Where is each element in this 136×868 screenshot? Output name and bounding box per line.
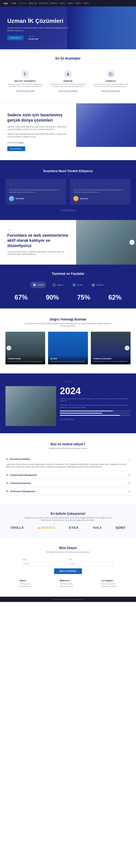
avantaj-text-2: Lorem ipsum dolor sit amet, consectetur … (93, 83, 129, 88)
partner-binance: ◆ BINANCE (38, 526, 55, 530)
avantajlar-section: En İyi Avantajlar MALİYET TASARRUFU Lore… (0, 49, 136, 103)
dunya-text: Sadece sizin için tasarlanmış gerçek dün… (0, 103, 76, 160)
testimonial-1: " Lorem ipsum dolor sit amet, consectetu… (70, 179, 131, 205)
hero-phone-number[interactable]: 123.456.7890 (28, 38, 38, 40)
yetenek-prev-button[interactable]: ‹ (6, 346, 11, 350)
contact-section: Bize Ulaşın Herhangi bir sorunuz mu var?… (0, 537, 136, 597)
hero-content: Uzman İK Çözümleri Sample logo text. Lor… (7, 18, 69, 40)
faq-header-1[interactable]: 02. Compensation Management + (5, 471, 131, 479)
carousel-next-button[interactable]: › (130, 240, 135, 245)
sirket-image (5, 386, 56, 426)
name-input[interactable] (69, 561, 113, 566)
nav-team[interactable]: OUR TEAM (39, 2, 47, 4)
dunya-link[interactable]: İmajlar (19, 142, 23, 144)
nav-uzman[interactable]: UZMAN İK (19, 2, 26, 4)
seminer-inner: GİRİŞ Forumlara ve web seminerlerine akt… (0, 220, 136, 265)
nav-page4[interactable]: PAGE 4 (83, 2, 90, 4)
name-label: İsim (69, 559, 113, 560)
dunya-text1: Alignment. Mauris blandit aliquam elit, … (7, 125, 69, 131)
taz-stat-num-0: 67% (14, 293, 28, 301)
sirket-link[interactable]: Tüm gösterilen İmajlar (60, 418, 74, 420)
yetenek-grid: Yönetici Arama Lorem ipsum dolor sit ame… (5, 332, 131, 364)
taz-tab-1[interactable]: 🎓 Eğitimler (50, 282, 66, 288)
taz-tab-label-1: Eğitimler (57, 284, 64, 286)
faq-chevron-2: + (128, 482, 130, 485)
faq-title-3: Performance Management (10, 490, 128, 492)
taz-tab-label-0: Faydalar (37, 284, 44, 286)
yetenek-overlay-2: Yenilikçi İş Çözümleri Lorem ipsum dolor… (91, 355, 131, 364)
motive-sub: Fringilla lorem ipsum dolor sit amet mol… (23, 447, 113, 450)
nav-page3[interactable]: PAGE 3 (76, 2, 81, 4)
partners-sub: Fringilla lorem ipsum dolor sit amet, co… (23, 517, 113, 522)
faq-num-1: 02. (6, 474, 9, 476)
hero-cta-button[interactable]: DEVAM ET ► (7, 35, 23, 40)
nav-about[interactable]: ABOUT US (29, 2, 37, 4)
testimonials-title: İnsanlara Nasıl Yardım Ediyoruz (5, 169, 131, 173)
seminer-image (76, 220, 136, 265)
taz-tab-2[interactable]: 👥 İşe alım (70, 282, 86, 288)
avantaj-link-2[interactable]: DAHA FAZLA BİLGİ EDİN (102, 90, 120, 92)
faq-num-0: 01. (6, 458, 9, 460)
hero-section: Uzman İK Çözümleri Sample logo text. Lor… (0, 6, 136, 49)
submit-button[interactable]: MESAJ GÖNDEER (54, 568, 82, 574)
carousel-prev-button[interactable]: ‹ (1, 240, 6, 245)
dunya-link-text: Tüm gösterilen İmajlar (7, 142, 69, 144)
seminer-section: ‹ GİRİŞ Forumlara ve web seminerlerine a… (0, 220, 136, 265)
faq-item-1: 02. Compensation Management + Lorem ipsu… (5, 471, 131, 479)
avantaj-icon-1 (64, 70, 72, 78)
quote-icon-1: " (73, 183, 127, 187)
taz-tab-label-3: Mentorluk (96, 284, 103, 286)
avantaj-link-1[interactable]: DAHA FAZLA BİLGİ EDİN (59, 90, 77, 92)
hero-phone-label: 7/24 ARYIN (28, 36, 38, 37)
taz-stat-0: 67% (14, 293, 28, 301)
partner-evga: EVGA (69, 526, 79, 529)
sirket-label: Şirket (5, 381, 131, 382)
taz-tab-0[interactable]: 📊 Faydalar (30, 282, 46, 288)
nav-page2[interactable]: PAGE 2 (68, 2, 73, 4)
office-sidney: Sidney 45 Prinsep Yolu,Sidney NSW 2000 (20, 580, 31, 588)
dunya-image (76, 103, 136, 147)
avantaj-link-0[interactable]: DAHA FAZLA BİLGİ EDİN (16, 90, 34, 92)
office-addr-0: 45 Prinsep Yolu,Sidney NSW 2000 (20, 583, 31, 588)
yetenek-item-1: İşe Alım Lorem ipsum dolor sit amet cons… (48, 332, 88, 364)
nav-page1[interactable]: PAGE 1 (60, 2, 65, 4)
faq-chevron-0: − (128, 458, 130, 461)
motive-section: Bizi ne motive ediyor? Fringilla lorem i… (0, 433, 136, 504)
seminer-text: GİRİŞ Forumlara ve web seminerlerine akt… (0, 220, 76, 265)
sirket-text2: Lorem ipsum dolor sit amet, consectetur … (60, 404, 131, 409)
phone-icon: 📞 (25, 37, 27, 39)
faq-header-2[interactable]: 03. Training Development + (5, 479, 131, 487)
nav-home[interactable]: HOME (11, 2, 16, 4)
faq-header-0[interactable]: 01. Recruitment Staffing − (5, 455, 131, 463)
office-la: Los Angeles 388 W. Sunrise Blvd,Los Ange… (101, 580, 116, 588)
dunya-text2: Alignment. Mauris blandit aliquam elit, … (7, 133, 69, 138)
yetenek-overlay-0: Yönetici Arama Lorem ipsum dolor sit ame… (5, 355, 45, 364)
sirket-inner: 2024 Lorem ipsum dolor sit amet, consect… (5, 386, 131, 426)
yetenek-label-1: İşe Alım (50, 358, 86, 360)
office-melbourne: Melbourne 178 Collins Caddesi,Melbourne … (60, 580, 73, 588)
faq-title-0: Recruitment Staffing (10, 458, 128, 460)
partner-crolla: CROLLA (10, 526, 24, 529)
partners-grid: CROLLA ◆ BINANCE EVGA TESLA SONY (5, 526, 131, 530)
yetenek-carousel: Yönetici Arama Lorem ipsum dolor sit ame… (5, 332, 131, 364)
hero-title: Uzman İK Çözümleri (7, 18, 69, 24)
testimonial-text-0: Lorem ipsum dolor sit amet, consectetur … (9, 189, 63, 193)
navbar: logo HOME UZMAN İK ABOUT US OUR TEAM CON… (0, 0, 136, 6)
faq-header-3[interactable]: 04. Performance Management + (5, 487, 131, 495)
yetenek-title: Doğru Yeteneği Bulmak (5, 317, 131, 321)
email-input[interactable] (23, 561, 67, 566)
nav-links: HOME UZMAN İK ABOUT US OUR TEAM CONTACT … (11, 2, 89, 4)
form-field-email: Email (23, 559, 67, 566)
testimonials-all-link[interactable]: Tüm görüşler İmajlar (61, 209, 76, 211)
testimonial-text-1: Lorem ipsum dolor sit amet, consectetur … (73, 189, 127, 193)
hero-description: Sample logo text. Lorem ipsum dolor sit … (7, 27, 69, 32)
taz-tab-3[interactable]: 👨‍💼 Mentorluk (89, 282, 106, 288)
contact-sub: Herhangi bir sorunuz mu var? Bize bir me… (23, 551, 113, 554)
taz-stat-num-2: 75% (77, 293, 90, 301)
avantaj-title-0: MALİYET TASARRUFU (7, 80, 43, 82)
nav-contact[interactable]: CONTACT (50, 2, 58, 4)
yetenek-desc-0: Lorem ipsum dolor sit amet consectetur a… (8, 360, 43, 362)
avantajlar-grid: MALİYET TASARRUFU Lorem ipsum dolor sit … (5, 66, 131, 96)
dunya-cta-button[interactable]: DEVAM EDİN ► (7, 146, 25, 151)
yetenek-next-button[interactable]: › (125, 346, 130, 350)
